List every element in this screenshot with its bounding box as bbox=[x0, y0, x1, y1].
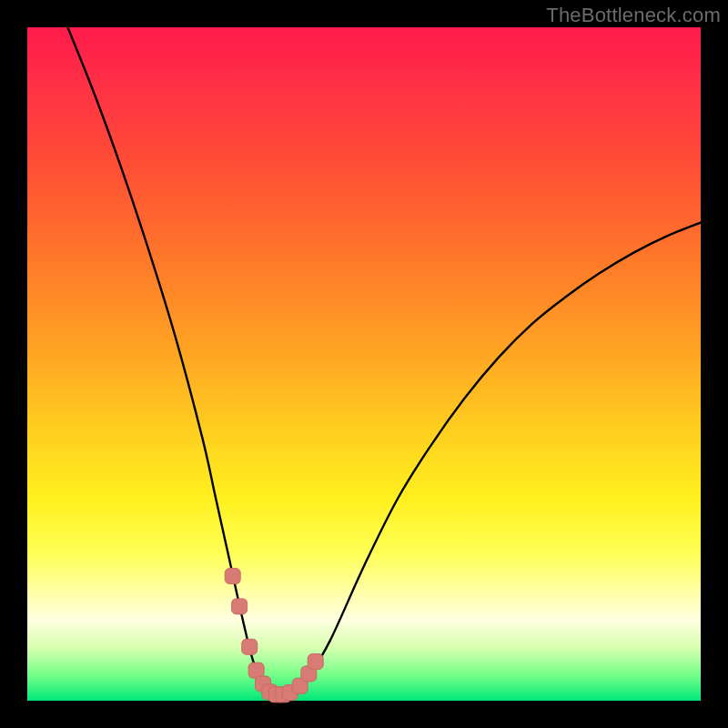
highlight-marker bbox=[225, 569, 240, 584]
highlight-marker bbox=[232, 599, 248, 614]
chart-svg bbox=[27, 27, 701, 701]
watermark-text: TheBottleneck.com bbox=[546, 4, 721, 27]
highlight-marker bbox=[242, 639, 258, 654]
highlight-marker bbox=[308, 654, 323, 670]
bottleneck-curve bbox=[67, 27, 701, 695]
chart-frame: TheBottleneck.com bbox=[0, 0, 728, 728]
plot-area bbox=[27, 27, 701, 701]
highlight-markers bbox=[225, 569, 323, 703]
